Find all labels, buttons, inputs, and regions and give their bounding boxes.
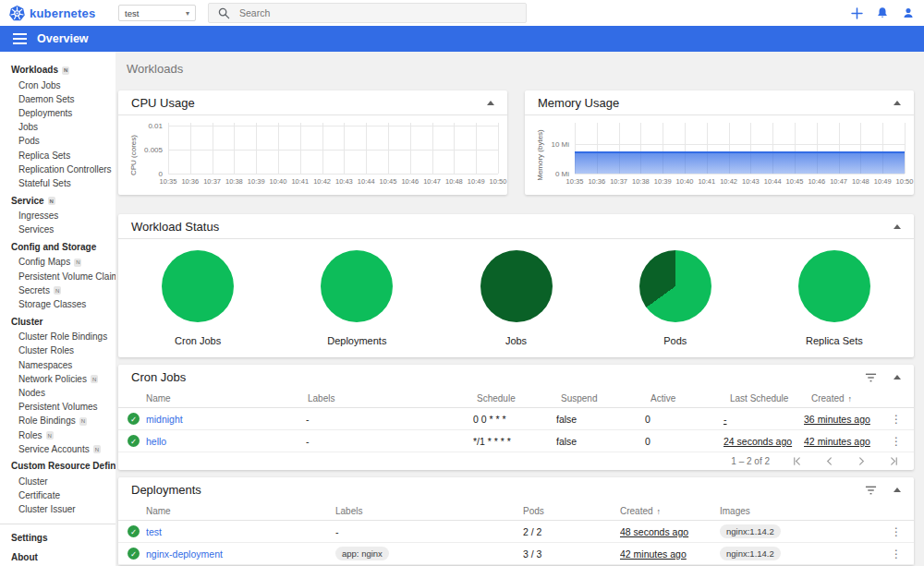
plus-icon [851, 7, 863, 19]
notifications-button[interactable] [875, 6, 890, 20]
row-menu-button[interactable]: ⋮ [891, 525, 914, 538]
first-page-button[interactable] [792, 456, 802, 466]
account-button[interactable] [901, 6, 916, 20]
y-tick-label: 0 [159, 170, 163, 178]
memory-y-axis-label: Memory (bytes) [536, 127, 544, 183]
resource-link[interactable]: midnight [146, 414, 183, 425]
sidebar-item-ingresses[interactable]: Ingresses [0, 210, 116, 223]
cell-suspend: false [556, 414, 645, 425]
resource-link[interactable]: nginx-deployment [146, 548, 223, 560]
sidebar-item-deployments[interactable]: Deployments [0, 106, 116, 120]
gridline [575, 144, 905, 145]
y-tick-label: 10 Mi [551, 140, 569, 149]
sidebar-item-about[interactable]: About [0, 548, 116, 566]
sidebar-item-persistent-volumes[interactable]: Persistent Volumes [0, 401, 116, 415]
sidebar-item-certificate[interactable]: Certificate [0, 489, 116, 503]
collapse-icon[interactable] [487, 101, 494, 105]
column-header-schedule[interactable]: Schedule [477, 393, 561, 403]
sidebar-item-label: Pods [18, 137, 40, 146]
gridline [300, 123, 301, 174]
sidebar-item-settings[interactable]: Settings [0, 529, 116, 548]
sidebar-item-cron-jobs[interactable]: Cron Jobs [0, 78, 116, 92]
sidebar-item-role-bindings[interactable]: Role BindingsN [0, 415, 116, 428]
gridline [234, 123, 235, 174]
namespace-select[interactable]: test ▾ [118, 5, 196, 21]
sidebar-item-label: Roles [18, 431, 43, 440]
resource-link[interactable]: hello [146, 436, 166, 447]
search-input[interactable] [239, 7, 498, 18]
brand[interactable]: kubernetes [9, 0, 95, 26]
charts-row: CPU Usage CPU (cores) 10:3510:3610:3710:… [118, 90, 914, 195]
column-header-name[interactable]: Name [146, 393, 308, 403]
deployments-title: Deployments [131, 483, 201, 497]
sidebar-item-persistent-volume-claims[interactable]: Persistent Volume ClaimsN [0, 270, 116, 283]
sidebar-item-jobs[interactable]: Jobs [0, 121, 116, 135]
sidebar-section-cluster[interactable]: Cluster [0, 315, 116, 331]
sidebar-item-namespaces[interactable]: Namespaces [0, 358, 116, 372]
sidebar-item-cluster-roles[interactable]: Cluster Roles [0, 344, 116, 358]
sidebar-item-services[interactable]: Services [0, 223, 116, 237]
sidebar-section-service[interactable]: ServiceN [0, 194, 116, 210]
sidebar-section-workloads[interactable]: WorkloadsN [0, 63, 116, 78]
sidebar-item-service-accounts[interactable]: Service AccountsN [0, 442, 116, 456]
sidebar-item-cluster-issuer[interactable]: Cluster Issuer [0, 503, 116, 517]
menu-icon[interactable] [13, 33, 27, 44]
last-page-button[interactable] [889, 456, 899, 466]
pie-label: Cron Jobs [175, 335, 221, 346]
sidebar-item-roles[interactable]: RolesN [0, 428, 116, 442]
sidebar-item-config-maps[interactable]: Config MapsN [0, 256, 116, 270]
row-menu-button[interactable]: ⋮ [891, 435, 914, 448]
x-tick-label: 10:39 [248, 177, 265, 186]
sidebar-item-replication-controllers[interactable]: Replication Controllers [0, 163, 116, 176]
column-header-created[interactable]: Created↑ [620, 506, 720, 516]
sidebar-item-label: Cluster Role Bindings [18, 332, 107, 342]
x-tick-label: 10:45 [786, 177, 804, 186]
x-tick-label: 10:35 [566, 177, 584, 186]
gridline [213, 123, 213, 174]
memory-usage-title: Memory Usage [538, 96, 619, 110]
timestamp-text: 42 minutes ago [804, 436, 870, 447]
previous-page-button[interactable] [824, 456, 834, 466]
sidebar-item-cluster[interactable]: Cluster [0, 475, 116, 488]
row-menu-button[interactable]: ⋮ [891, 413, 914, 426]
sidebar-section-config-and-storage[interactable]: Config and Storage [0, 240, 116, 256]
cell-last-schedule: - [723, 414, 804, 425]
sidebar-item-storage-classes[interactable]: Storage Classes [0, 297, 116, 311]
column-header-last-schedule[interactable]: Last Schedule [730, 393, 811, 403]
column-header-active[interactable]: Active [650, 393, 730, 403]
collapse-icon[interactable] [894, 224, 901, 229]
sidebar-item-nodes[interactable]: Nodes [0, 386, 116, 400]
resource-link[interactable]: test [146, 526, 162, 537]
column-header-name[interactable]: Name [146, 506, 335, 516]
column-header-images[interactable]: Images [720, 506, 886, 516]
sidebar-item-stateful-sets[interactable]: Stateful Sets [0, 176, 116, 190]
collapse-icon[interactable] [894, 375, 901, 379]
column-header-suspend[interactable]: Suspend [561, 393, 650, 403]
column-header-labels[interactable]: Labels [308, 393, 477, 403]
cell-active: 0 [645, 414, 723, 425]
sidebar-item-replica-sets[interactable]: Replica Sets [0, 149, 116, 163]
x-tick-label: 10:37 [610, 177, 627, 186]
namespaced-badge: N [46, 431, 54, 440]
column-header-pods[interactable]: Pods [523, 506, 620, 516]
chevron-down-icon: ▾ [186, 9, 189, 18]
collapse-icon[interactable] [894, 488, 901, 492]
filter-icon[interactable] [865, 373, 877, 382]
sidebar-item-pods[interactable]: Pods [0, 135, 116, 149]
row-menu-button[interactable]: ⋮ [891, 548, 914, 560]
column-header-created[interactable]: Created↑ [811, 393, 899, 403]
cell-name: hello [146, 436, 306, 447]
sidebar-item-secrets[interactable]: SecretsN [0, 283, 116, 297]
next-page-button[interactable] [857, 456, 867, 466]
sidebar-section-custom-resource-definitions[interactable]: Custom Resource Definitions [0, 459, 116, 475]
cell-created: 36 minutes ago [804, 414, 891, 425]
pie-label: Replica Sets [806, 335, 863, 346]
filter-icon[interactable] [865, 486, 877, 495]
workload-pie-replica-sets: Replica Sets [755, 250, 914, 346]
sidebar-item-network-policies[interactable]: Network PoliciesN [0, 372, 116, 386]
create-button[interactable] [849, 6, 864, 20]
sidebar-item-cluster-role-bindings[interactable]: Cluster Role Bindings [0, 331, 116, 344]
sidebar-item-daemon-sets[interactable]: Daemon Sets [0, 92, 116, 106]
collapse-icon[interactable] [894, 101, 901, 105]
column-header-labels[interactable]: Labels [335, 506, 523, 516]
